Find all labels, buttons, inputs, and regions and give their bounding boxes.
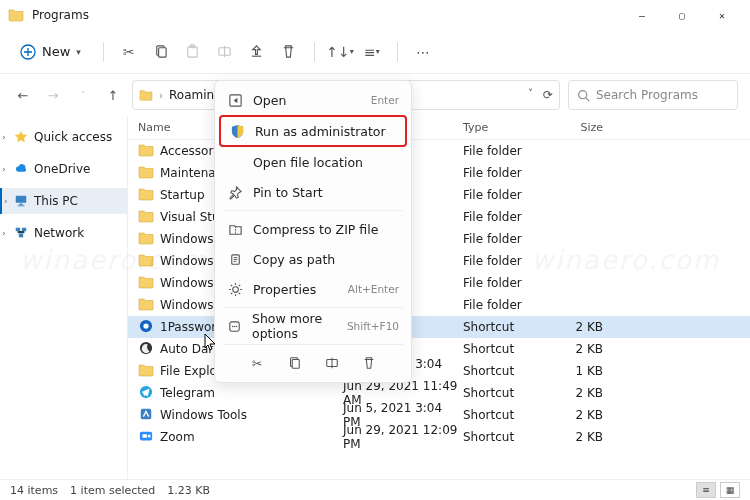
view-icon[interactable]: ≡ ▾ (361, 41, 383, 63)
file-type: File folder (463, 210, 543, 224)
file-name: Zoom (160, 430, 195, 444)
col-header-size[interactable]: Size (543, 121, 613, 134)
maximize-button[interactable]: ▢ (662, 0, 702, 30)
cut-icon[interactable]: ✂ (248, 354, 266, 372)
nav-item-quick-access[interactable]: › Quick access (0, 124, 127, 150)
ctx-pin-to-start[interactable]: Pin to Start (219, 177, 407, 207)
file-size: 2 KB (543, 430, 613, 444)
rename-icon[interactable] (214, 41, 236, 63)
refresh-icon[interactable]: ⟳ (543, 88, 553, 102)
title-bar: Programs — ▢ ✕ (0, 0, 750, 30)
nav-item-label: Quick access (34, 130, 112, 144)
pin-icon (227, 184, 243, 200)
copy-icon[interactable] (150, 41, 172, 63)
back-button[interactable]: ← (12, 84, 34, 106)
ctx-item-label: Properties (253, 282, 316, 297)
monitor-icon (14, 194, 28, 208)
ctx-copy-path[interactable]: Copy as path (219, 244, 407, 274)
svg-rect-12 (19, 234, 23, 238)
ctx-compress-zip[interactable]: Compress to ZIP file (219, 214, 407, 244)
file-row[interactable]: ZoomJun 29, 2021 12:09 PMShortcut2 KB (128, 426, 750, 448)
svg-rect-8 (19, 204, 23, 205)
file-size: 2 KB (543, 342, 613, 356)
file-size: 2 KB (543, 408, 613, 422)
status-bar: 14 items 1 item selected 1.23 KB ≡ ▦ (0, 479, 750, 500)
rename-icon[interactable] (323, 354, 341, 372)
file-icon (138, 231, 154, 248)
ctx-item-label: Compress to ZIP file (253, 222, 378, 237)
view-details-button[interactable]: ≡ (696, 482, 716, 498)
folder-icon (139, 89, 153, 101)
ctx-show-more[interactable]: Show more options Shift+F10 (219, 311, 407, 341)
svg-rect-11 (22, 228, 26, 232)
file-date: Jun 29, 2021 12:09 PM (343, 423, 463, 451)
chevron-right-icon: › (2, 228, 6, 238)
file-size: 2 KB (543, 320, 613, 334)
forward-button[interactable]: → (42, 84, 64, 106)
window-title: Programs (32, 8, 622, 22)
share-icon[interactable] (246, 41, 268, 63)
file-type: File folder (463, 144, 543, 158)
ctx-properties[interactable]: Properties Alt+Enter (219, 274, 407, 304)
ctx-open-location[interactable]: Open file location (219, 147, 407, 177)
file-icon (138, 253, 154, 270)
recent-locations-button[interactable]: ˅ (72, 84, 94, 106)
file-type: File folder (463, 232, 543, 246)
col-header-type[interactable]: Type (463, 121, 543, 134)
ctx-item-label: Pin to Start (253, 185, 323, 200)
svg-rect-7 (16, 196, 27, 203)
file-icon (138, 429, 154, 446)
file-icon (138, 407, 154, 424)
blank-icon (227, 154, 243, 170)
ctx-open[interactable]: Open Enter (219, 85, 407, 115)
file-icon (138, 187, 154, 204)
file-icon (138, 143, 154, 160)
up-button[interactable]: ↑ (102, 84, 124, 106)
file-type: Shortcut (463, 364, 543, 378)
breadcrumb-dropdown-icon[interactable]: ˅ (528, 88, 533, 102)
file-type: Shortcut (463, 386, 543, 400)
sort-icon[interactable]: ↑↓ ▾ (329, 41, 351, 63)
search-box[interactable]: Search Programs (568, 80, 738, 110)
svg-rect-10 (16, 228, 20, 232)
ctx-run-as-admin[interactable]: Run as administrator (219, 115, 407, 147)
chevron-right-icon: › (2, 164, 6, 174)
view-thumbnails-button[interactable]: ▦ (720, 482, 740, 498)
chevron-down-icon: ▾ (76, 47, 81, 57)
file-icon (138, 363, 154, 380)
search-placeholder: Search Programs (596, 88, 698, 102)
delete-icon[interactable] (278, 41, 300, 63)
copy-icon[interactable] (285, 354, 303, 372)
svg-rect-2 (159, 48, 167, 57)
nav-item-this-pc[interactable]: › This PC (0, 188, 127, 214)
file-icon (138, 275, 154, 292)
more-icon[interactable]: ⋯ (412, 41, 434, 63)
close-button[interactable]: ✕ (702, 0, 742, 30)
copy-path-icon (227, 251, 243, 267)
file-type: File folder (463, 188, 543, 202)
svg-rect-9 (18, 205, 25, 206)
folder-icon (8, 8, 24, 22)
file-type: File folder (463, 276, 543, 290)
chevron-right-icon: › (2, 132, 6, 142)
minimize-button[interactable]: — (622, 0, 662, 30)
nav-item-onedrive[interactable]: › OneDrive (0, 156, 127, 182)
chevron-right-icon: › (159, 90, 163, 101)
new-button[interactable]: New ▾ (12, 37, 89, 67)
cut-icon[interactable]: ✂ (118, 41, 140, 63)
nav-item-network[interactable]: › Network (0, 220, 127, 246)
ctx-item-accel: Enter (371, 94, 399, 106)
delete-icon[interactable] (360, 354, 378, 372)
file-type: Shortcut (463, 408, 543, 422)
file-icon (138, 165, 154, 182)
file-type: Shortcut (463, 342, 543, 356)
cloud-icon (14, 162, 28, 176)
paste-icon[interactable] (182, 41, 204, 63)
toolbar: New ▾ ✂ ↑↓ ▾ ≡ ▾ ⋯ (0, 30, 750, 74)
file-size: 1 KB (543, 364, 613, 378)
ctx-item-label: Open file location (253, 155, 363, 170)
properties-icon (227, 281, 243, 297)
divider (397, 42, 398, 62)
search-icon (577, 89, 590, 102)
file-icon (138, 385, 154, 402)
